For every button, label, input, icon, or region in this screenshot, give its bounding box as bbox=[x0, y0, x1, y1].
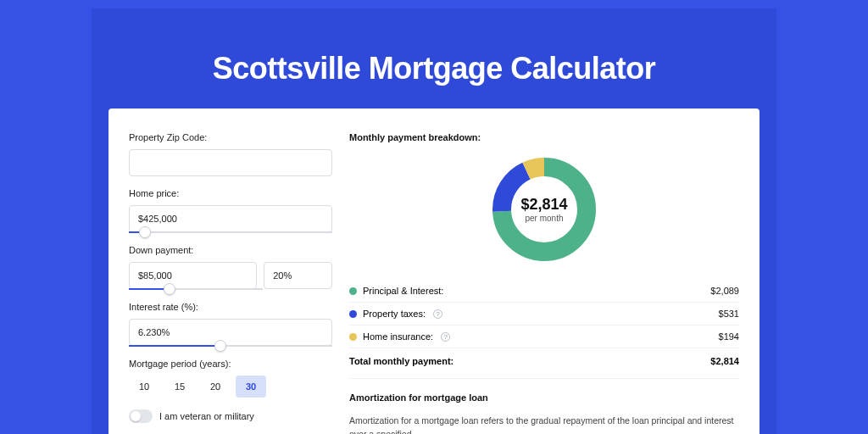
zip-label: Property Zip Code: bbox=[129, 132, 332, 142]
zip-input[interactable] bbox=[129, 149, 332, 176]
payment-donut-chart: $2,814 per month bbox=[489, 154, 599, 264]
home-price-slider-thumb[interactable] bbox=[139, 226, 151, 238]
down-payment-label: Down payment: bbox=[129, 245, 332, 255]
amortization-text: Amortization for a mortgage loan refers … bbox=[349, 415, 739, 434]
period-btn-10[interactable]: 10 bbox=[129, 376, 159, 398]
down-payment-field-group: Down payment: bbox=[129, 245, 332, 290]
interest-slider-fill bbox=[129, 345, 220, 347]
period-btn-20[interactable]: 20 bbox=[200, 376, 231, 398]
legend-row-taxes: Property taxes: ? $531 bbox=[349, 303, 739, 326]
home-price-input[interactable] bbox=[129, 205, 332, 232]
period-btn-30[interactable]: 30 bbox=[236, 376, 266, 398]
dot-icon bbox=[349, 287, 357, 295]
breakdown-heading: Monthly payment breakdown: bbox=[349, 132, 739, 142]
interest-slider[interactable] bbox=[129, 345, 332, 347]
veteran-toggle[interactable] bbox=[129, 409, 153, 423]
down-payment-slider-thumb[interactable] bbox=[164, 283, 175, 295]
home-price-label: Home price: bbox=[129, 188, 332, 198]
page-title: Scottsville Mortgage Calculator bbox=[0, 51, 868, 86]
donut-center: $2,814 per month bbox=[489, 154, 599, 264]
veteran-row: I am veteran or military bbox=[129, 409, 332, 423]
zip-field-group: Property Zip Code: bbox=[129, 132, 332, 176]
legend-row-principal: Principal & Interest: $2,089 bbox=[349, 280, 739, 303]
down-payment-input[interactable] bbox=[129, 262, 257, 289]
inputs-column: Property Zip Code: Home price: Down paym… bbox=[129, 132, 332, 434]
down-payment-slider[interactable] bbox=[129, 288, 263, 290]
amortization-heading: Amortization for mortgage loan bbox=[349, 392, 739, 403]
period-btn-15[interactable]: 15 bbox=[164, 376, 195, 398]
legend-value: $531 bbox=[719, 309, 739, 319]
info-icon[interactable]: ? bbox=[433, 309, 442, 319]
legend-value: $2,089 bbox=[710, 286, 739, 296]
donut-amount: $2,814 bbox=[520, 196, 567, 214]
period-field-group: Mortgage period (years): 10 15 20 30 bbox=[129, 359, 332, 398]
home-price-slider[interactable] bbox=[129, 231, 332, 233]
legend-value: $194 bbox=[719, 331, 739, 342]
dot-icon bbox=[349, 310, 357, 318]
period-options: 10 15 20 30 bbox=[129, 376, 332, 398]
interest-label: Interest rate (%): bbox=[129, 302, 332, 312]
legend-label: Principal & Interest: bbox=[363, 286, 443, 296]
calculator-card: Property Zip Code: Home price: Down paym… bbox=[108, 108, 760, 434]
total-row: Total monthly payment: $2,814 bbox=[349, 348, 739, 378]
interest-input[interactable] bbox=[129, 319, 332, 346]
period-label: Mortgage period (years): bbox=[129, 359, 332, 369]
total-label: Total monthly payment: bbox=[349, 356, 453, 366]
legend-label: Property taxes: bbox=[363, 309, 426, 319]
interest-slider-thumb[interactable] bbox=[214, 340, 226, 352]
donut-container: $2,814 per month bbox=[349, 154, 739, 264]
interest-field-group: Interest rate (%): bbox=[129, 302, 332, 347]
amortization-section: Amortization for mortgage loan Amortizat… bbox=[349, 378, 739, 434]
home-price-field-group: Home price: bbox=[129, 188, 332, 233]
down-payment-pct-input[interactable] bbox=[264, 262, 332, 289]
info-icon[interactable]: ? bbox=[441, 332, 450, 342]
donut-sublabel: per month bbox=[525, 214, 563, 223]
veteran-label: I am veteran or military bbox=[159, 411, 254, 421]
total-value: $2,814 bbox=[710, 356, 739, 366]
veteran-toggle-knob bbox=[131, 411, 141, 421]
breakdown-column: Monthly payment breakdown: $2,814 per mo… bbox=[349, 132, 739, 434]
legend-label: Home insurance: bbox=[363, 331, 433, 342]
legend-row-insurance: Home insurance: ? $194 bbox=[349, 326, 739, 348]
dot-icon bbox=[349, 333, 357, 341]
